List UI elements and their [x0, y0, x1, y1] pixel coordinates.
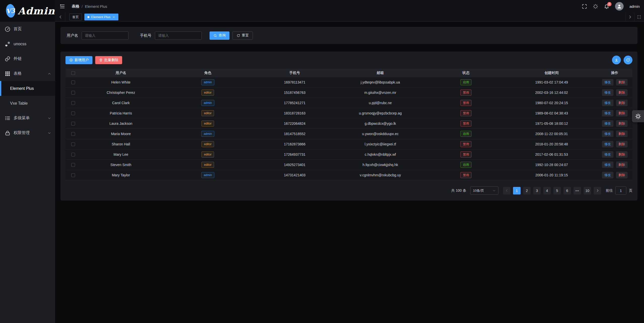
toolbar-right — [612, 56, 632, 64]
edit-button[interactable]: 修改 — [602, 131, 614, 137]
batch-delete-button[interactable]: 批量删除 — [95, 56, 122, 64]
username-input[interactable] — [82, 31, 128, 40]
page-button[interactable]: 6 — [563, 187, 571, 194]
query-button[interactable]: 查询 — [210, 31, 229, 40]
delete-button[interactable]: 删除 — [616, 162, 628, 168]
row-checkbox[interactable] — [71, 142, 75, 146]
delete-button[interactable]: 删除 — [616, 120, 628, 127]
refresh-table-button[interactable] — [624, 56, 632, 64]
sidebar-subitem[interactable]: Element Plus — [0, 81, 55, 96]
created-cell: 1980-07-02 20:24:15 — [506, 101, 597, 105]
tab[interactable]: Element Plus — [84, 14, 118, 20]
settings-drawer-handle[interactable] — [632, 110, 644, 122]
username-cell: Helen White — [81, 80, 161, 84]
row-checkbox[interactable] — [71, 153, 75, 156]
delete-button[interactable]: 删除 — [616, 89, 628, 96]
table-body: Helen Whiteadmin16978113471j.ydteqev@lib… — [65, 77, 632, 180]
pagination-more-icon[interactable]: ••• — [573, 187, 581, 194]
row-checkbox[interactable] — [71, 173, 75, 177]
status-tag: 禁用 — [460, 110, 471, 116]
created-cell: 1991-03-02 17:04:49 — [506, 80, 597, 84]
grid-icon — [5, 71, 11, 77]
page-button[interactable]: 2 — [523, 187, 531, 194]
delete-button[interactable]: 删除 — [616, 172, 628, 178]
role-cell: editor — [161, 90, 254, 96]
page-button[interactable]: 4 — [543, 187, 551, 194]
sidebar-item[interactable]: unocss — [0, 36, 55, 51]
select-all-checkbox[interactable] — [71, 71, 75, 75]
search-form-card: 用户名 手机号 查询 重置 — [60, 27, 637, 44]
phone-cell: 15187456763 — [254, 91, 335, 95]
reset-button-label: 重置 — [242, 33, 249, 38]
status-cell: 禁用 — [426, 90, 506, 96]
chevron-down-icon — [493, 189, 496, 192]
sidebar-item[interactable]: 首页 — [0, 22, 55, 36]
delete-button[interactable]: 删除 — [616, 79, 628, 86]
download-button[interactable] — [612, 56, 621, 64]
row-checkbox[interactable] — [71, 111, 75, 115]
delete-button[interactable]: 删除 — [616, 110, 628, 116]
row-checkbox[interactable] — [71, 91, 75, 95]
edit-button[interactable]: 修改 — [602, 162, 614, 168]
goto-page-input[interactable] — [615, 186, 626, 195]
sidebar-item[interactable]: 多级菜单 — [0, 111, 55, 126]
list-icon — [5, 115, 11, 121]
unocss-icon — [5, 41, 11, 47]
close-icon[interactable] — [112, 16, 115, 19]
reset-button[interactable]: 重置 — [232, 31, 253, 40]
sidebar-item[interactable]: 表格 — [0, 66, 55, 81]
next-page-button[interactable] — [594, 187, 601, 194]
spark-icon[interactable] — [593, 4, 598, 9]
edit-button[interactable]: 修改 — [602, 172, 614, 178]
row-checkbox[interactable] — [71, 132, 75, 136]
edit-button[interactable]: 修改 — [602, 110, 614, 116]
avatar[interactable] — [615, 2, 624, 11]
edit-button[interactable]: 修改 — [602, 120, 614, 127]
tab[interactable]: 首页 — [69, 14, 82, 20]
edit-button[interactable]: 修改 — [602, 100, 614, 106]
edit-button[interactable]: 修改 — [602, 151, 614, 158]
add-user-button[interactable]: 新增用户 — [65, 56, 92, 64]
sidebar-subitem[interactable]: Vxe Table — [0, 96, 55, 111]
delete-button[interactable]: 删除 — [616, 151, 628, 158]
status-tag: 禁用 — [460, 141, 471, 147]
page-button[interactable]: 5 — [553, 187, 561, 194]
status-cell: 禁用 — [426, 172, 506, 178]
edit-button[interactable]: 修改 — [602, 79, 614, 86]
column-header: 邮箱 — [335, 71, 426, 75]
table-row: Laura Jacksoneditor16722064824g.dbpwcdcx… — [65, 118, 632, 129]
sidebar: V3 Admin 首页unocss外链表格Element PlusVxe Tab… — [0, 0, 55, 323]
breadcrumb-section[interactable]: 表格 — [72, 4, 79, 9]
sidebar-item[interactable]: 权限管理 — [0, 126, 55, 140]
row-checkbox[interactable] — [71, 101, 75, 105]
page-button[interactable]: 10 — [584, 187, 591, 194]
role-tag: editor — [201, 151, 214, 157]
created-cell: 1971-05-08 18:00:12 — [506, 122, 597, 126]
prev-page-button[interactable] — [503, 187, 511, 194]
edit-button[interactable]: 修改 — [602, 141, 614, 147]
chevron-down-icon — [48, 131, 51, 135]
tabs-scroll-right-icon[interactable] — [628, 15, 632, 19]
menu-fold-icon[interactable] — [60, 4, 65, 9]
delete-button[interactable]: 删除 — [616, 141, 628, 147]
role-cell: admin — [161, 131, 254, 137]
notifications[interactable]: 8 — [604, 4, 609, 9]
breadcrumb-page: Element Plus — [85, 4, 107, 9]
delete-button[interactable]: 删除 — [616, 131, 628, 137]
row-checkbox[interactable] — [71, 80, 75, 84]
tabs-fullscreen-icon[interactable] — [637, 15, 641, 19]
username-label[interactable]: admin — [629, 4, 640, 9]
fullscreen-icon[interactable] — [582, 4, 587, 9]
phone-input[interactable] — [155, 31, 202, 40]
role-cell: editor — [161, 151, 254, 157]
delete-button[interactable]: 删除 — [616, 100, 628, 106]
edit-button[interactable]: 修改 — [602, 89, 614, 96]
page-button[interactable]: 1 — [513, 187, 521, 194]
tabs-scroll-left-icon[interactable] — [59, 15, 62, 19]
page-size-select[interactable]: 10条/页 — [470, 186, 498, 195]
page-button[interactable]: 3 — [533, 187, 541, 194]
row-checkbox[interactable] — [71, 122, 75, 126]
sidebar-item[interactable]: 外链 — [0, 51, 55, 66]
ops-cell: 修改删除 — [597, 151, 632, 158]
row-checkbox[interactable] — [71, 163, 75, 167]
